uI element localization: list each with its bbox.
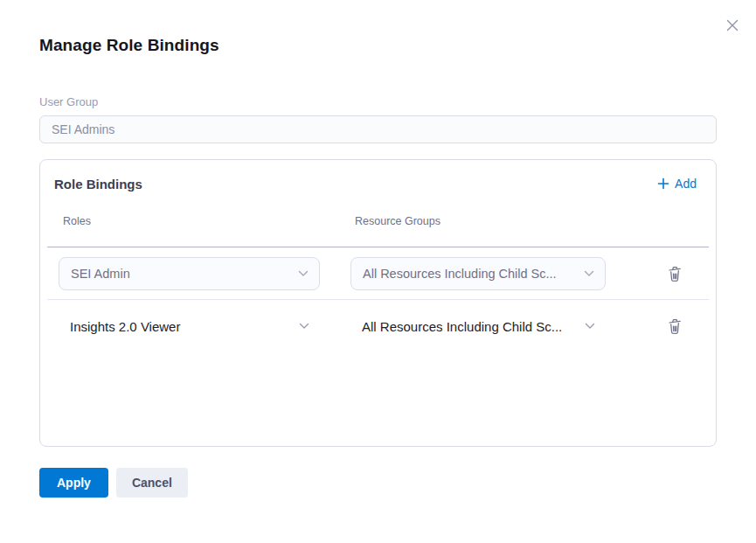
table-header-row: Roles Resource Groups [47, 195, 709, 247]
resource-group-select-row2-value: All Resources Including Child Sc... [362, 319, 569, 334]
user-group-input[interactable] [39, 115, 717, 143]
close-icon-glyph [725, 17, 740, 33]
user-group-label: User Group [39, 95, 717, 108]
plus-icon [657, 178, 669, 190]
table-row: Insights 2.0 Viewer All Resources Includ… [47, 300, 709, 352]
column-header-resource-groups: Resource Groups [355, 215, 617, 227]
delete-row2-button[interactable] [663, 315, 686, 338]
delete-row1-button[interactable] [663, 262, 686, 285]
resource-group-select-row1-value: All Resources Including Child Sc... [363, 267, 564, 281]
role-select-row2-value: Insights 2.0 Viewer [70, 319, 187, 334]
page-title: Manage Role Bindings [39, 0, 717, 55]
role-select-row1[interactable]: SEI Admin [59, 257, 320, 290]
trash-icon [667, 265, 683, 282]
table-row: SEI Admin All Resources Including Child … [47, 247, 709, 300]
resource-group-select-row2[interactable]: All Resources Including Child Sc... [350, 310, 606, 343]
cancel-button[interactable]: Cancel [116, 468, 188, 498]
close-icon[interactable] [723, 16, 742, 35]
resource-group-select-row1[interactable]: All Resources Including Child Sc... [350, 257, 606, 290]
column-header-roles: Roles [63, 215, 355, 227]
role-bindings-table: Roles Resource Groups SEI Admin All Reso… [47, 195, 709, 352]
role-select-row2[interactable]: Insights 2.0 Viewer [59, 310, 320, 343]
modal-footer: Apply Cancel [39, 468, 717, 498]
apply-button[interactable]: Apply [39, 468, 108, 498]
chevron-down-icon [585, 323, 595, 330]
chevron-down-icon [298, 270, 309, 277]
panel-title: Role Bindings [54, 177, 142, 191]
role-select-row1-value: SEI Admin [71, 267, 137, 281]
add-button-label: Add [675, 177, 697, 191]
trash-icon [667, 317, 683, 335]
panel-header: Role Bindings Add [54, 172, 702, 195]
add-role-binding-button[interactable]: Add [652, 173, 702, 194]
role-bindings-panel: Role Bindings Add Roles Resource Groups … [39, 159, 717, 447]
chevron-down-icon [584, 270, 594, 277]
chevron-down-icon [299, 323, 309, 330]
manage-role-bindings-modal: Manage Role Bindings User Group Role Bin… [0, 0, 756, 543]
